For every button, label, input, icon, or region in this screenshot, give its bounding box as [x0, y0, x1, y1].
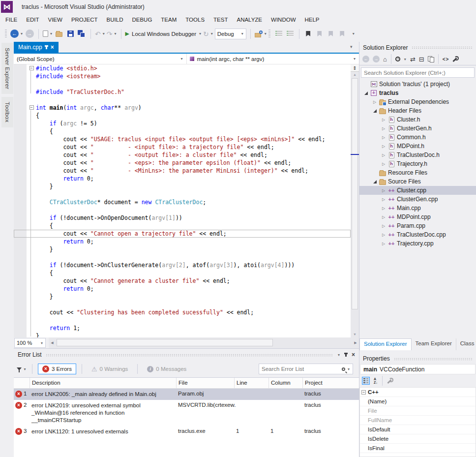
property-row-isfinal[interactable]: IsFinal — [360, 444, 476, 453]
collapse-box-icon[interactable]: − — [361, 390, 366, 395]
code-line-11[interactable]: cout << " - <input file>: a trajectory f… — [14, 143, 351, 151]
code-line-6[interactable]: −int main(int argc, char** argv) — [14, 104, 351, 112]
menu-item-file[interactable]: FILE — [1, 15, 22, 25]
pin-icon[interactable] — [46, 45, 47, 49]
code-line-5[interactable] — [14, 96, 351, 104]
code-line-22[interactable]: cout << "Cannot open a trajectory file" … — [14, 230, 351, 238]
categorized-icon[interactable] — [362, 377, 370, 385]
editor-vertical-scrollbar[interactable]: ⇕ ▲ ▼ — [351, 64, 359, 337]
code-line-28[interactable]: cout << "Cannot generate a cluster file"… — [14, 277, 351, 285]
clear-bookmarks-button[interactable] — [337, 28, 347, 40]
previous-bookmark-button[interactable] — [315, 28, 325, 40]
code-line-15[interactable]: return 0; — [14, 175, 351, 183]
collapsed-arrow-icon[interactable]: ▷ — [380, 135, 387, 140]
uncomment-button[interactable] — [285, 28, 295, 40]
code-line-16[interactable]: } — [14, 183, 351, 190]
tab-team-explorer[interactable]: Team Explorer — [412, 338, 456, 350]
properties-titlebar[interactable]: Properties — [359, 353, 476, 364]
zoom-dropdown[interactable]: 100 %▾ — [14, 338, 46, 348]
collapsed-arrow-icon[interactable]: ▷ — [380, 153, 387, 157]
tree-item-clustergen-cpp[interactable]: ▷++ClusterGen.cpp — [359, 195, 476, 204]
scroll-up-icon[interactable]: ▲ — [351, 72, 359, 78]
menu-item-project[interactable]: PROJECT — [67, 15, 102, 25]
column-header-line[interactable]: Line — [234, 378, 268, 388]
code-line-8[interactable]: if (argc != 5) — [14, 120, 351, 127]
error-row-2[interactable]: ×2error LNK2019: unresolved external sym… — [14, 400, 359, 426]
tree-item-traclusterdoc-h[interactable]: ▷hTraClusterDoc.h — [359, 151, 476, 159]
forward-icon[interactable]: → — [373, 56, 380, 62]
code-line-23[interactable]: return 0; — [14, 238, 351, 245]
messages-filter-button[interactable]: i 0 Messages — [143, 365, 190, 374]
code-line-30[interactable]: } — [14, 293, 351, 301]
find-in-files-button[interactable]: ▾ — [255, 28, 267, 40]
code-line-35[interactable]: } — [14, 332, 351, 337]
window-position-dropdown-icon[interactable]: ▾ — [337, 353, 340, 357]
menu-item-help[interactable]: HELP — [300, 15, 324, 25]
menu-item-test[interactable]: TEST — [209, 15, 232, 25]
search-input[interactable] — [262, 366, 342, 372]
sync-with-active-document-icon[interactable]: ⇄ — [410, 56, 416, 62]
menu-item-team[interactable]: TEAM — [156, 15, 181, 25]
tree-item-resource-files[interactable]: Resource Files — [359, 168, 476, 177]
menu-item-view[interactable]: VIEW — [44, 15, 67, 25]
toggle-bookmark-button[interactable] — [303, 28, 313, 40]
tree-item-trajectory-cpp[interactable]: ▷++Trajectory.cpp — [359, 239, 476, 248]
menu-item-analyze[interactable]: ANALYZE — [232, 15, 267, 25]
code-line-12[interactable]: cout << " - <output file>: a cluster fil… — [14, 151, 351, 159]
collapsed-arrow-icon[interactable]: ▷ — [380, 188, 387, 193]
code-line-20[interactable]: if (!document->OnOpenDocument(argv[1])) — [14, 214, 351, 222]
solution-explorer-titlebar[interactable]: Solution Explorer — [359, 42, 476, 53]
error-row-3[interactable]: ×3error LNK1120: 1 unresolved externalst… — [14, 426, 359, 437]
code-line-9[interactable]: { — [14, 127, 351, 135]
code-line-7[interactable]: { — [14, 112, 351, 120]
menu-item-tools[interactable]: TOOLS — [181, 15, 209, 25]
toolbar-overflow-button[interactable]: ▾ — [349, 28, 358, 40]
tab-main-cpp[interactable]: Main.cpp × — [14, 42, 59, 53]
open-file-button[interactable] — [54, 28, 64, 40]
property-pages-icon[interactable] — [387, 378, 393, 384]
collapsed-arrow-icon[interactable]: ▷ — [371, 100, 378, 104]
tree-item-param-cpp[interactable]: ▷++Param.cpp — [359, 221, 476, 230]
splitter-grip-icon[interactable]: ⇕ — [351, 64, 359, 72]
scroll-down-icon[interactable]: ▼ — [351, 332, 359, 337]
error-list-titlebar[interactable]: Error List ▾ × — [14, 349, 359, 361]
column-header-column[interactable]: Column — [268, 378, 302, 388]
code-line-17[interactable] — [14, 190, 351, 198]
code-line-29[interactable]: return 0; — [14, 285, 351, 293]
collapsed-arrow-icon[interactable]: ▷ — [380, 242, 387, 246]
properties-object-dropdown[interactable]: main VCCodeFunction — [360, 364, 476, 374]
code-line-21[interactable]: { — [14, 222, 351, 230]
menu-item-edit[interactable]: EDIT — [22, 15, 43, 25]
pending-changes-icon[interactable] — [395, 57, 400, 61]
tree-item-external-dependencies[interactable]: ▷External Dependencies — [359, 97, 476, 106]
properties-icon[interactable] — [452, 56, 459, 62]
collapsed-arrow-icon[interactable]: ▷ — [380, 224, 387, 228]
collapsed-arrow-icon[interactable]: ▷ — [380, 144, 387, 149]
tree-item-source-files[interactable]: Source Files — [359, 177, 476, 186]
rail-tab-toolbox[interactable]: Toolbox — [1, 97, 13, 127]
menu-item-window[interactable]: WINDOW — [267, 15, 300, 25]
tab-solution-explorer[interactable]: Solution Explorer — [359, 338, 412, 350]
menu-item-debug[interactable]: DEBUG — [127, 15, 156, 25]
code-line-3[interactable] — [14, 80, 351, 88]
code-editor[interactable]: −#include <stdio.h>#include <iostream>#i… — [14, 64, 359, 337]
code-line-14[interactable]: cout << " - <MinLns>: the parameter MinL… — [14, 167, 351, 175]
close-icon[interactable]: × — [51, 44, 54, 51]
solution-explorer-search-input[interactable] — [361, 67, 475, 78]
column-header-file[interactable]: File — [176, 378, 234, 388]
property-category-row[interactable]: − C++ — [360, 388, 476, 397]
error-list-header[interactable]: DescriptionFileLineColumnProject — [14, 378, 359, 389]
code-line-32[interactable]: cout << "Clustering has been completed s… — [14, 308, 351, 316]
tree-item-header-files[interactable]: Header Files — [359, 106, 476, 115]
tree-item-cluster-h[interactable]: ▷hCluster.h — [359, 115, 476, 124]
apply-code-changes-button[interactable]: ↻▾ — [203, 28, 213, 40]
code-line-19[interactable] — [14, 206, 351, 214]
tree-item-cluster-cpp[interactable]: ▷++Cluster.cpp — [359, 186, 476, 195]
code-line-2[interactable]: #include <iostream> — [14, 72, 351, 80]
collapsed-arrow-icon[interactable]: ▷ — [380, 215, 387, 219]
code-line-25[interactable] — [14, 253, 351, 261]
show-all-files-icon[interactable] — [428, 56, 434, 62]
code-line-26[interactable]: if (!document->OnClusterGenerate(argv[2]… — [14, 261, 351, 269]
fold-collapse-icon[interactable]: − — [30, 105, 34, 110]
property-row-file[interactable]: File — [360, 406, 476, 416]
